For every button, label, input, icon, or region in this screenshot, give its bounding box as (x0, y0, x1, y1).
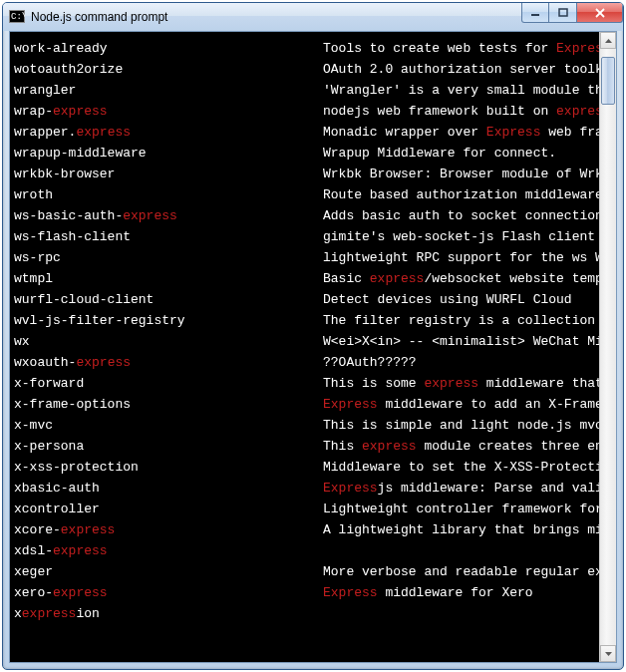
package-name: xcore-express (14, 519, 323, 540)
package-name: xbasic-auth (14, 478, 323, 499)
client-area: work-alreadyTools to create web tests fo… (9, 31, 617, 663)
list-item: ws-basic-auth-expressAdds basic auth to … (14, 205, 599, 226)
vertical-scrollbar[interactable] (599, 32, 616, 662)
list-item: x-xss-protectionMiddleware to set the X-… (14, 457, 599, 478)
terminal-output[interactable]: work-alreadyTools to create web tests fo… (10, 32, 599, 662)
close-button[interactable] (577, 3, 623, 23)
list-item: wvl-js-filter-registryThe filter registr… (14, 310, 599, 331)
package-desc: Express middleware to add an X-Frame-Op (323, 394, 599, 415)
package-name: xero-express (14, 582, 323, 603)
package-desc: Basic express/websocket website templat (323, 268, 599, 289)
list-item: ws-flash-clientgimite's web-socket-js Fl… (14, 226, 599, 247)
package-desc: Lightweight controller framework for ex (323, 499, 599, 519)
titlebar[interactable]: C:\ Node.js command prompt (3, 3, 623, 31)
package-name: wrapup-middleware (14, 143, 323, 164)
package-desc: Route based authorization middleware fo (323, 184, 599, 205)
package-name: work-already (14, 38, 323, 59)
list-item: x-frame-optionsExpress middleware to add… (14, 394, 599, 415)
package-desc: Detect devices using WURFL Cloud (323, 289, 599, 310)
scroll-track[interactable] (600, 49, 616, 645)
package-desc: gimite's web-socket-js Flash client shi (323, 226, 599, 247)
chevron-down-icon (605, 652, 612, 656)
package-desc: More verbose and readable regular expre (323, 561, 599, 582)
cmd-icon: C:\ (9, 9, 25, 25)
package-name: wx (14, 331, 323, 352)
package-desc: Express middleware for Xero (323, 582, 599, 603)
package-name: wtmpl (14, 268, 323, 289)
list-item: wtmplBasic express/websocket website tem… (14, 268, 599, 289)
package-desc: Adds basic auth to socket connections i (323, 205, 599, 226)
list-item: x-personaThis express module creates thr… (14, 436, 599, 457)
package-name: x-forward (14, 373, 323, 394)
list-item: wrap-expressnodejs web framework built o… (14, 101, 599, 122)
list-item: xbasic-authExpressjs middleware: Parse a… (14, 478, 599, 499)
list-item: wotoauth2orizeOAuth 2.0 authorization se… (14, 59, 599, 80)
package-name: x-mvc (14, 415, 323, 436)
chevron-up-icon (605, 39, 612, 43)
scroll-thumb[interactable] (601, 57, 615, 105)
list-item: x-mvcThis is simple and light node.js mv… (14, 415, 599, 436)
window: C:\ Node.js command prompt (2, 2, 624, 670)
package-desc: 'Wrangler' is a very small module that (323, 80, 599, 101)
package-name: ws-rpc (14, 247, 323, 268)
package-desc (323, 603, 599, 624)
package-name: wrap-express (14, 101, 323, 122)
list-item: wrangler'Wrangler' is a very small modul… (14, 80, 599, 101)
package-desc: Wrapup Middleware for connect. (323, 143, 599, 164)
package-name: xeger (14, 561, 323, 582)
list-item: wrkbk-browserWrkbk Browser: Browser modu… (14, 164, 599, 184)
svg-rect-3 (559, 9, 567, 16)
package-desc: Middleware to set the X-XSS-Protection (323, 457, 599, 478)
list-item: x-forwardThis is some express middleware… (14, 373, 599, 394)
list-item: wxW<ei>X<in> -- <minimalist> WeChat Midd… (14, 331, 599, 352)
svg-rect-2 (531, 14, 539, 16)
package-desc: This is some express middleware that cr (323, 373, 599, 394)
package-name: wrangler (14, 80, 323, 101)
package-name: xcontroller (14, 499, 323, 519)
list-item: xcore-expressA lightweight library that … (14, 519, 599, 540)
package-desc: This is simple and light node.js mvc st (323, 415, 599, 436)
package-desc: The filter registry is a collection wra (323, 310, 599, 331)
package-desc (323, 540, 599, 561)
list-item: xero-expressExpress middleware for Xero (14, 582, 599, 603)
list-item: wxoauth-express??OAuth????? (14, 352, 599, 373)
package-desc: Monadic wrapper over Express web framew (323, 122, 599, 143)
package-name: x-xss-protection (14, 457, 323, 478)
package-desc: ??OAuth????? (323, 352, 599, 373)
list-item: ws-rpclightweight RPC support for the ws… (14, 247, 599, 268)
package-desc: A lightweight library that brings middl (323, 519, 599, 540)
maximize-button[interactable] (549, 3, 577, 23)
list-item: xdsl-express (14, 540, 599, 561)
minimize-button[interactable] (521, 3, 549, 23)
list-item: wrapper.expressMonadic wrapper over Expr… (14, 122, 599, 143)
list-item: wrothRoute based authorization middlewar… (14, 184, 599, 205)
list-item: work-alreadyTools to create web tests fo… (14, 38, 599, 59)
package-name: ws-basic-auth-express (14, 205, 323, 226)
list-item: wurfl-cloud-clientDetect devices using W… (14, 289, 599, 310)
package-desc: Wrkbk Browser: Browser module of Wrkbk, (323, 164, 599, 184)
package-desc: lightweight RPC support for the ws WebS (323, 247, 599, 268)
package-name: x-frame-options (14, 394, 323, 415)
package-name: wvl-js-filter-registry (14, 310, 323, 331)
window-title: Node.js command prompt (31, 10, 167, 24)
scroll-up-button[interactable] (600, 32, 616, 49)
screenshot-frame: C:\ Node.js command prompt (0, 0, 626, 672)
svg-text:C:\: C:\ (11, 12, 25, 22)
maximize-icon (558, 8, 568, 18)
window-controls (521, 3, 623, 23)
close-icon (594, 8, 606, 18)
package-name: xdsl-express (14, 540, 323, 561)
list-item: xcontrollerLightweight controller framew… (14, 499, 599, 519)
package-name: wrapper.express (14, 122, 323, 143)
package-name: wxoauth-express (14, 352, 323, 373)
package-desc: This express module creates three endpo (323, 436, 599, 457)
svg-marker-7 (605, 652, 612, 656)
package-name: xexpression (14, 603, 323, 624)
package-name: wurfl-cloud-client (14, 289, 323, 310)
package-desc: Tools to create web tests for Express a (323, 38, 599, 59)
package-desc: W<ei>X<in> -- <minimalist> WeChat Middl (323, 331, 599, 352)
minimize-icon (530, 8, 540, 18)
list-item: xegerMore verbose and readable regular e… (14, 561, 599, 582)
scroll-down-button[interactable] (600, 645, 616, 662)
list-item: xexpression (14, 603, 599, 624)
